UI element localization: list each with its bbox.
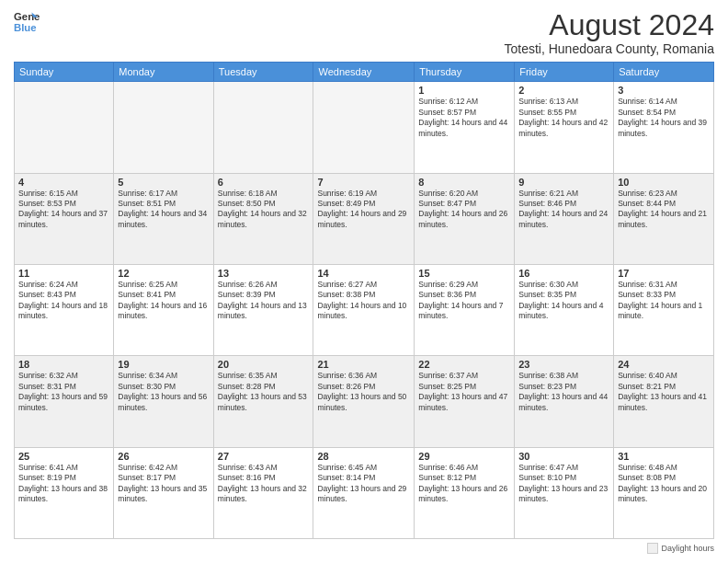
day-number: 13 (218, 268, 310, 279)
calendar-table: Sunday Monday Tuesday Wednesday Thursday… (14, 62, 714, 539)
day-number: 26 (118, 451, 209, 462)
calendar-cell-1-3 (213, 82, 313, 173)
day-info: Sunrise: 6:20 AMSunset: 8:47 PMDaylight:… (418, 189, 510, 231)
col-wednesday: Wednesday (313, 63, 415, 82)
calendar-cell-5-6: 30Sunrise: 6:47 AMSunset: 8:10 PMDayligh… (515, 447, 614, 538)
calendar-cell-2-1: 4Sunrise: 6:15 AMSunset: 8:53 PMDaylight… (15, 173, 114, 264)
day-number: 9 (518, 177, 609, 188)
day-info: Sunrise: 6:29 AMSunset: 8:36 PMDaylight:… (418, 280, 510, 322)
day-info: Sunrise: 6:17 AMSunset: 8:51 PMDaylight:… (118, 189, 209, 231)
page: General Blue August 2024 Totesti, Hunedo… (0, 0, 728, 563)
calendar-cell-1-5: 1Sunrise: 6:12 AMSunset: 8:57 PMDaylight… (415, 82, 515, 173)
svg-text:Blue: Blue (14, 22, 37, 33)
day-info: Sunrise: 6:18 AMSunset: 8:50 PMDaylight:… (218, 189, 310, 231)
day-number: 29 (418, 451, 510, 462)
day-number: 21 (317, 359, 410, 370)
footer: Daylight hours (14, 539, 714, 554)
calendar-cell-1-4 (313, 82, 415, 173)
day-info: Sunrise: 6:38 AMSunset: 8:23 PMDaylight:… (518, 371, 609, 413)
day-number: 31 (618, 451, 710, 462)
day-info: Sunrise: 6:36 AMSunset: 8:26 PMDaylight:… (317, 371, 410, 413)
calendar-cell-2-5: 8Sunrise: 6:20 AMSunset: 8:47 PMDaylight… (415, 173, 515, 264)
day-info: Sunrise: 6:14 AMSunset: 8:54 PMDaylight:… (618, 97, 710, 139)
day-number: 8 (418, 177, 510, 188)
calendar-cell-1-6: 2Sunrise: 6:13 AMSunset: 8:55 PMDaylight… (515, 82, 614, 173)
day-info: Sunrise: 6:23 AMSunset: 8:44 PMDaylight:… (618, 189, 710, 231)
calendar-cell-4-3: 20Sunrise: 6:35 AMSunset: 8:28 PMDayligh… (213, 356, 313, 447)
day-number: 28 (317, 451, 410, 462)
calendar-cell-5-7: 31Sunrise: 6:48 AMSunset: 8:08 PMDayligh… (614, 447, 714, 538)
day-info: Sunrise: 6:35 AMSunset: 8:28 PMDaylight:… (218, 371, 310, 413)
calendar-week-5: 25Sunrise: 6:41 AMSunset: 8:19 PMDayligh… (15, 447, 714, 538)
title-block: August 2024 Totesti, Hunedoara County, R… (504, 9, 714, 56)
legend-label: Daylight hours (661, 544, 714, 553)
calendar-cell-5-3: 27Sunrise: 6:43 AMSunset: 8:16 PMDayligh… (213, 447, 313, 538)
day-info: Sunrise: 6:45 AMSunset: 8:14 PMDaylight:… (317, 463, 410, 505)
page-title: August 2024 (504, 9, 714, 41)
day-number: 14 (317, 268, 410, 279)
day-number: 17 (618, 268, 710, 279)
calendar-cell-1-1 (15, 82, 114, 173)
calendar-cell-3-7: 17Sunrise: 6:31 AMSunset: 8:33 PMDayligh… (614, 264, 714, 355)
day-number: 20 (218, 359, 310, 370)
day-info: Sunrise: 6:21 AMSunset: 8:46 PMDaylight:… (518, 189, 609, 231)
logo: General Blue (14, 9, 40, 35)
day-info: Sunrise: 6:12 AMSunset: 8:57 PMDaylight:… (418, 97, 510, 139)
calendar-cell-5-5: 29Sunrise: 6:46 AMSunset: 8:12 PMDayligh… (415, 447, 515, 538)
col-friday: Friday (515, 63, 614, 82)
col-sunday: Sunday (15, 63, 114, 82)
day-info: Sunrise: 6:32 AMSunset: 8:31 PMDaylight:… (18, 371, 109, 413)
calendar-cell-4-1: 18Sunrise: 6:32 AMSunset: 8:31 PMDayligh… (15, 356, 114, 447)
calendar-cell-3-4: 14Sunrise: 6:27 AMSunset: 8:38 PMDayligh… (313, 264, 415, 355)
calendar-cell-3-3: 13Sunrise: 6:26 AMSunset: 8:39 PMDayligh… (213, 264, 313, 355)
calendar-cell-5-4: 28Sunrise: 6:45 AMSunset: 8:14 PMDayligh… (313, 447, 415, 538)
day-info: Sunrise: 6:34 AMSunset: 8:30 PMDaylight:… (118, 371, 209, 413)
calendar-cell-5-1: 25Sunrise: 6:41 AMSunset: 8:19 PMDayligh… (15, 447, 114, 538)
day-info: Sunrise: 6:47 AMSunset: 8:10 PMDaylight:… (518, 463, 609, 505)
day-number: 11 (18, 268, 109, 279)
day-number: 30 (518, 451, 609, 462)
day-info: Sunrise: 6:42 AMSunset: 8:17 PMDaylight:… (118, 463, 209, 505)
day-number: 6 (218, 177, 310, 188)
day-number: 7 (317, 177, 410, 188)
day-number: 12 (118, 268, 209, 279)
day-number: 24 (618, 359, 710, 370)
day-number: 16 (518, 268, 609, 279)
header: General Blue August 2024 Totesti, Hunedo… (14, 9, 714, 56)
col-monday: Monday (114, 63, 213, 82)
day-number: 2 (518, 85, 609, 96)
day-info: Sunrise: 6:26 AMSunset: 8:39 PMDaylight:… (218, 280, 310, 322)
day-number: 10 (618, 177, 710, 188)
day-info: Sunrise: 6:40 AMSunset: 8:21 PMDaylight:… (618, 371, 710, 413)
day-number: 25 (18, 451, 109, 462)
day-info: Sunrise: 6:48 AMSunset: 8:08 PMDaylight:… (618, 463, 710, 505)
day-info: Sunrise: 6:19 AMSunset: 8:49 PMDaylight:… (317, 189, 410, 231)
calendar-cell-3-5: 15Sunrise: 6:29 AMSunset: 8:36 PMDayligh… (415, 264, 515, 355)
day-number: 15 (418, 268, 510, 279)
calendar-week-4: 18Sunrise: 6:32 AMSunset: 8:31 PMDayligh… (15, 356, 714, 447)
legend-shaded-box (647, 543, 658, 554)
day-info: Sunrise: 6:25 AMSunset: 8:41 PMDaylight:… (118, 280, 209, 322)
calendar-cell-3-2: 12Sunrise: 6:25 AMSunset: 8:41 PMDayligh… (114, 264, 213, 355)
col-saturday: Saturday (614, 63, 714, 82)
page-subtitle: Totesti, Hunedoara County, Romania (504, 41, 714, 56)
calendar-week-2: 4Sunrise: 6:15 AMSunset: 8:53 PMDaylight… (15, 173, 714, 264)
calendar-cell-1-7: 3Sunrise: 6:14 AMSunset: 8:54 PMDaylight… (614, 82, 714, 173)
day-number: 5 (118, 177, 209, 188)
calendar-cell-2-4: 7Sunrise: 6:19 AMSunset: 8:49 PMDaylight… (313, 173, 415, 264)
col-thursday: Thursday (415, 63, 515, 82)
day-number: 4 (18, 177, 109, 188)
day-info: Sunrise: 6:13 AMSunset: 8:55 PMDaylight:… (518, 97, 609, 139)
day-number: 27 (218, 451, 310, 462)
day-info: Sunrise: 6:15 AMSunset: 8:53 PMDaylight:… (18, 189, 109, 231)
calendar-cell-4-4: 21Sunrise: 6:36 AMSunset: 8:26 PMDayligh… (313, 356, 415, 447)
day-info: Sunrise: 6:30 AMSunset: 8:35 PMDaylight:… (518, 280, 609, 322)
calendar-cell-3-6: 16Sunrise: 6:30 AMSunset: 8:35 PMDayligh… (515, 264, 614, 355)
calendar-cell-3-1: 11Sunrise: 6:24 AMSunset: 8:43 PMDayligh… (15, 264, 114, 355)
calendar-cell-5-2: 26Sunrise: 6:42 AMSunset: 8:17 PMDayligh… (114, 447, 213, 538)
day-info: Sunrise: 6:37 AMSunset: 8:25 PMDaylight:… (418, 371, 510, 413)
calendar-cell-2-7: 10Sunrise: 6:23 AMSunset: 8:44 PMDayligh… (614, 173, 714, 264)
day-number: 23 (518, 359, 609, 370)
calendar-cell-4-7: 24Sunrise: 6:40 AMSunset: 8:21 PMDayligh… (614, 356, 714, 447)
day-number: 1 (418, 85, 510, 96)
